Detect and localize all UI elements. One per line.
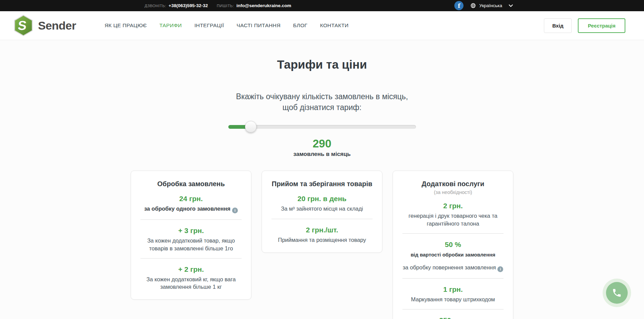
divider <box>402 278 504 279</box>
card-title: Прийом та зберігання товарів <box>270 180 374 188</box>
price-description: генерація і друк товарного чека та гаран… <box>401 212 505 227</box>
divider <box>402 233 504 234</box>
card-title: Обробка замовлень <box>139 180 243 188</box>
write-label: ПИШІТЬ: <box>217 4 234 8</box>
info-icon[interactable]: i <box>497 266 503 272</box>
call-fab-ring <box>603 279 631 307</box>
call-fab-button[interactable] <box>606 282 628 304</box>
chevron-down-icon <box>509 4 513 7</box>
orders-slider[interactable] <box>228 121 416 132</box>
price: 24 грн. <box>139 195 243 203</box>
header-actions: Вхід Реєстрація <box>544 18 625 33</box>
price-description: за обробку одного замовленняi <box>139 205 243 213</box>
nav-item-integrations[interactable]: ІНТЕГРАЦІЇ <box>194 22 224 29</box>
price-description-text: за обробку одного замовлення <box>144 206 230 212</box>
divider <box>140 258 242 259</box>
register-button[interactable]: Реєстрація <box>578 18 625 33</box>
divider <box>271 219 373 219</box>
call-label: ДЗВОНІТЬ: <box>145 4 166 8</box>
card-subtitle: (за необхідності) <box>401 190 505 195</box>
slider-prompt-line2: щоб дізнатися тариф: <box>236 102 408 113</box>
orders-label: замовлень в місяць <box>293 151 351 158</box>
header: S Sender ЯК ЦЕ ПРАЦЮЄ ТАРИФИ ІНТЕГРАЦІЇ … <box>0 11 644 40</box>
card-extra-services: Додаткові послуги (за необхідності) 2 гр… <box>393 171 513 319</box>
nav-item-how-it-works[interactable]: ЯК ЦЕ ПРАЦЮЄ <box>105 22 147 29</box>
language-label: Українська <box>479 3 502 8</box>
nav-item-tariffs[interactable]: ТАРИФИ <box>159 22 182 29</box>
price-description: За кожен додатковий товар, якщо товарів … <box>139 237 243 252</box>
price: 2 грн. <box>401 202 505 210</box>
brand-name: Sender <box>38 19 76 32</box>
topbar: ДЗВОНІТЬ: +38(063)595-32-32 ПИШІТЬ: info… <box>0 0 644 11</box>
nav-item-faq[interactable]: ЧАСТІ ПИТАННЯ <box>236 22 280 29</box>
price-description: За м³ зайнятого місця на складі <box>270 205 374 212</box>
price: 1 грн. <box>401 285 505 294</box>
logo[interactable]: S Sender <box>14 15 76 36</box>
nav-item-blog[interactable]: БЛОГ <box>293 22 307 29</box>
info-icon[interactable]: i <box>232 208 238 213</box>
divider <box>140 219 242 220</box>
card-order-processing: Обробка замовлень 24 грн. за обробку одн… <box>131 171 251 300</box>
logo-letter: S <box>17 18 27 33</box>
price: 50 % <box>401 241 505 249</box>
card-storage: Прийом та зберігання товарів 20 грн. в д… <box>262 171 382 253</box>
main-content: Тарифи та ціни Вкажіть очікувану кількіс… <box>0 40 644 319</box>
price-description: Маркування товару штрихкодом <box>401 296 505 303</box>
price-description-text: за обробку повернення замовлення <box>403 264 496 270</box>
price: + 3 грн. <box>139 227 243 235</box>
page-title: Тарифи та ціни <box>277 58 367 71</box>
email-link[interactable]: info@senderukraine.com <box>236 3 291 8</box>
facebook-icon[interactable]: f <box>454 1 463 10</box>
slider-thumb[interactable] <box>245 121 257 132</box>
price-description: Приймання та розміщення товару <box>270 236 374 244</box>
price: 350 грн. <box>401 316 505 319</box>
price: 2 грн./шт. <box>270 226 374 234</box>
slider-prompt: Вкажіть очікувану кількість замовлень в … <box>236 91 408 113</box>
login-button[interactable]: Вхід <box>544 18 572 33</box>
language-switcher[interactable]: Українська <box>470 3 513 8</box>
logo-hexagon-icon: S <box>14 15 33 36</box>
price-description-bold: від вартості обробки замовлення <box>401 251 505 258</box>
slider-prompt-line1: Вкажіть очікувану кількість замовлень в … <box>236 91 408 102</box>
email-contact: ПИШІТЬ: info@senderukraine.com <box>217 3 291 8</box>
globe-icon <box>470 3 476 8</box>
price: + 2 грн. <box>139 265 243 273</box>
orders-value: 290 <box>312 137 331 150</box>
topbar-contacts: ДЗВОНІТЬ: +38(063)595-32-32 ПИШІТЬ: info… <box>145 3 291 8</box>
price-description: За кожен додатковий кг, якщо вага замовл… <box>139 276 243 291</box>
pricing-cards: Обробка замовлень 24 грн. за обробку одн… <box>131 171 513 319</box>
price-description: за обробку повернення замовленняi <box>401 264 505 272</box>
nav-item-contacts[interactable]: КОНТАКТИ <box>320 22 348 29</box>
phone-icon <box>612 288 622 298</box>
phone-contact: ДЗВОНІТЬ: +38(063)595-32-32 <box>145 3 208 8</box>
card-title: Додаткові послуги <box>401 180 505 188</box>
price: 20 грн. в день <box>270 195 374 203</box>
topbar-right: f Українська <box>454 1 513 10</box>
phone-link[interactable]: +38(063)595-32-32 <box>169 3 208 8</box>
divider <box>402 309 504 309</box>
main-nav: ЯК ЦЕ ПРАЦЮЄ ТАРИФИ ІНТЕГРАЦІЇ ЧАСТІ ПИТ… <box>105 22 348 29</box>
